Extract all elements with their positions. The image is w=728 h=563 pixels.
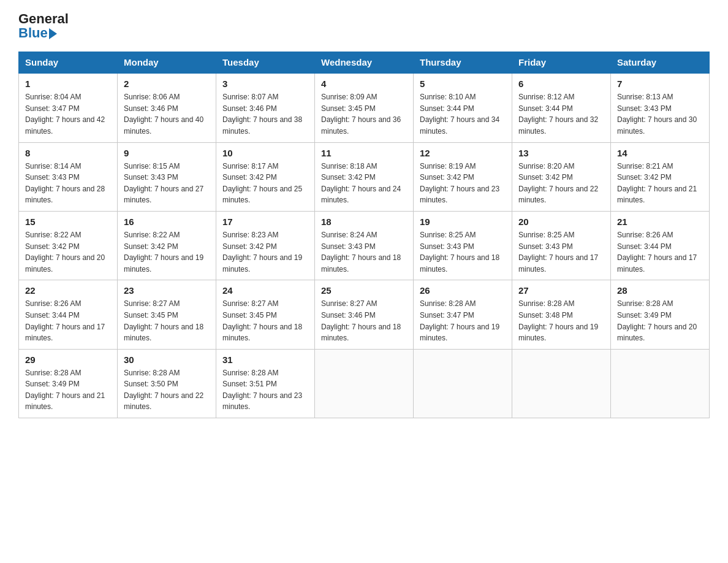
calendar-cell: 13Sunrise: 8:20 AMSunset: 3:42 PMDayligh…	[512, 142, 611, 211]
day-info: Sunrise: 8:23 AMSunset: 3:42 PMDaylight:…	[222, 229, 308, 275]
day-number: 31	[222, 354, 308, 365]
day-info: Sunrise: 8:28 AMSunset: 3:48 PMDaylight:…	[518, 298, 604, 343]
calendar-cell: 30Sunrise: 8:28 AMSunset: 3:50 PMDayligh…	[118, 349, 216, 418]
day-number: 18	[321, 216, 407, 227]
calendar-header-row: SundayMondayTuesdayWednesdayThursdayFrid…	[19, 52, 710, 74]
day-number: 27	[518, 285, 604, 296]
calendar-cell: 22Sunrise: 8:26 AMSunset: 3:44 PMDayligh…	[19, 280, 118, 349]
calendar-cell: 21Sunrise: 8:26 AMSunset: 3:44 PMDayligh…	[611, 211, 710, 280]
day-info: Sunrise: 8:27 AMSunset: 3:45 PMDaylight:…	[222, 298, 308, 343]
logo-arrow-icon	[49, 28, 57, 39]
day-info: Sunrise: 8:27 AMSunset: 3:46 PMDaylight:…	[321, 298, 407, 343]
day-number: 1	[25, 79, 111, 89]
day-number: 17	[222, 216, 308, 227]
day-number: 15	[25, 216, 111, 227]
calendar-cell: 16Sunrise: 8:22 AMSunset: 3:42 PMDayligh…	[118, 211, 216, 280]
day-info: Sunrise: 8:04 AMSunset: 3:47 PMDaylight:…	[25, 91, 111, 137]
page-header: General Blue	[18, 12, 710, 40]
day-number: 11	[321, 148, 407, 158]
calendar-cell	[414, 349, 512, 418]
calendar-cell: 8Sunrise: 8:14 AMSunset: 3:43 PMDaylight…	[19, 142, 118, 211]
calendar-cell: 3Sunrise: 8:07 AMSunset: 3:46 PMDaylight…	[216, 73, 315, 142]
day-number: 10	[222, 148, 308, 158]
day-number: 26	[420, 285, 506, 296]
day-number: 4	[321, 79, 407, 89]
calendar-cell: 11Sunrise: 8:18 AMSunset: 3:42 PMDayligh…	[315, 142, 414, 211]
day-info: Sunrise: 8:17 AMSunset: 3:42 PMDaylight:…	[222, 161, 308, 206]
calendar-cell: 29Sunrise: 8:28 AMSunset: 3:49 PMDayligh…	[19, 349, 118, 418]
day-number: 28	[617, 285, 703, 296]
day-info: Sunrise: 8:25 AMSunset: 3:43 PMDaylight:…	[420, 229, 506, 275]
calendar-week-row: 15Sunrise: 8:22 AMSunset: 3:42 PMDayligh…	[19, 211, 710, 280]
logo-blue-text: Blue	[18, 26, 48, 40]
col-header-wednesday: Wednesday	[315, 52, 414, 74]
col-header-sunday: Sunday	[19, 52, 118, 74]
calendar-week-row: 1Sunrise: 8:04 AMSunset: 3:47 PMDaylight…	[19, 73, 710, 142]
col-header-monday: Monday	[118, 52, 216, 74]
day-info: Sunrise: 8:22 AMSunset: 3:42 PMDaylight:…	[25, 229, 111, 275]
day-info: Sunrise: 8:26 AMSunset: 3:44 PMDaylight:…	[617, 229, 703, 275]
calendar-cell: 2Sunrise: 8:06 AMSunset: 3:46 PMDaylight…	[118, 73, 216, 142]
col-header-saturday: Saturday	[611, 52, 710, 74]
calendar-cell: 26Sunrise: 8:28 AMSunset: 3:47 PMDayligh…	[414, 280, 512, 349]
day-number: 9	[124, 148, 210, 158]
day-number: 16	[124, 216, 210, 227]
calendar-cell: 31Sunrise: 8:28 AMSunset: 3:51 PMDayligh…	[216, 349, 315, 418]
day-number: 7	[617, 79, 703, 89]
calendar-cell	[611, 349, 710, 418]
day-number: 6	[518, 79, 604, 89]
day-info: Sunrise: 8:19 AMSunset: 3:42 PMDaylight:…	[420, 161, 506, 206]
day-info: Sunrise: 8:28 AMSunset: 3:49 PMDaylight:…	[617, 298, 703, 343]
calendar-cell	[512, 349, 611, 418]
day-number: 30	[124, 354, 210, 365]
day-info: Sunrise: 8:15 AMSunset: 3:43 PMDaylight:…	[124, 161, 210, 206]
calendar-cell: 7Sunrise: 8:13 AMSunset: 3:43 PMDaylight…	[611, 73, 710, 142]
day-info: Sunrise: 8:28 AMSunset: 3:50 PMDaylight:…	[124, 367, 210, 413]
calendar-cell: 10Sunrise: 8:17 AMSunset: 3:42 PMDayligh…	[216, 142, 315, 211]
calendar-cell: 18Sunrise: 8:24 AMSunset: 3:43 PMDayligh…	[315, 211, 414, 280]
day-number: 5	[420, 79, 506, 89]
day-info: Sunrise: 8:28 AMSunset: 3:51 PMDaylight:…	[222, 367, 308, 413]
calendar-table: SundayMondayTuesdayWednesdayThursdayFrid…	[18, 52, 710, 418]
calendar-cell: 23Sunrise: 8:27 AMSunset: 3:45 PMDayligh…	[118, 280, 216, 349]
day-info: Sunrise: 8:25 AMSunset: 3:43 PMDaylight:…	[518, 229, 604, 275]
calendar-cell: 28Sunrise: 8:28 AMSunset: 3:49 PMDayligh…	[611, 280, 710, 349]
day-info: Sunrise: 8:28 AMSunset: 3:47 PMDaylight:…	[420, 298, 506, 343]
day-info: Sunrise: 8:10 AMSunset: 3:44 PMDaylight:…	[420, 91, 506, 137]
day-info: Sunrise: 8:21 AMSunset: 3:42 PMDaylight:…	[617, 161, 703, 206]
col-header-tuesday: Tuesday	[216, 52, 315, 74]
calendar-cell: 12Sunrise: 8:19 AMSunset: 3:42 PMDayligh…	[414, 142, 512, 211]
col-header-friday: Friday	[512, 52, 611, 74]
calendar-cell: 27Sunrise: 8:28 AMSunset: 3:48 PMDayligh…	[512, 280, 611, 349]
day-info: Sunrise: 8:26 AMSunset: 3:44 PMDaylight:…	[25, 298, 111, 343]
day-number: 14	[617, 148, 703, 158]
calendar-week-row: 8Sunrise: 8:14 AMSunset: 3:43 PMDaylight…	[19, 142, 710, 211]
calendar-cell: 19Sunrise: 8:25 AMSunset: 3:43 PMDayligh…	[414, 211, 512, 280]
calendar-cell: 14Sunrise: 8:21 AMSunset: 3:42 PMDayligh…	[611, 142, 710, 211]
day-number: 21	[617, 216, 703, 227]
day-info: Sunrise: 8:07 AMSunset: 3:46 PMDaylight:…	[222, 91, 308, 137]
logo-icon: General Blue	[18, 12, 69, 40]
day-number: 24	[222, 285, 308, 296]
calendar-cell: 9Sunrise: 8:15 AMSunset: 3:43 PMDaylight…	[118, 142, 216, 211]
day-info: Sunrise: 8:06 AMSunset: 3:46 PMDaylight:…	[124, 91, 210, 137]
day-info: Sunrise: 8:27 AMSunset: 3:45 PMDaylight:…	[124, 298, 210, 343]
day-number: 19	[420, 216, 506, 227]
day-number: 29	[25, 354, 111, 365]
day-info: Sunrise: 8:13 AMSunset: 3:43 PMDaylight:…	[617, 91, 703, 137]
calendar-week-row: 22Sunrise: 8:26 AMSunset: 3:44 PMDayligh…	[19, 280, 710, 349]
calendar-week-row: 29Sunrise: 8:28 AMSunset: 3:49 PMDayligh…	[19, 349, 710, 418]
day-info: Sunrise: 8:18 AMSunset: 3:42 PMDaylight:…	[321, 161, 407, 206]
day-info: Sunrise: 8:14 AMSunset: 3:43 PMDaylight:…	[25, 161, 111, 206]
calendar-cell: 25Sunrise: 8:27 AMSunset: 3:46 PMDayligh…	[315, 280, 414, 349]
calendar-cell: 17Sunrise: 8:23 AMSunset: 3:42 PMDayligh…	[216, 211, 315, 280]
day-info: Sunrise: 8:22 AMSunset: 3:42 PMDaylight:…	[124, 229, 210, 275]
day-number: 3	[222, 79, 308, 89]
calendar-cell: 4Sunrise: 8:09 AMSunset: 3:45 PMDaylight…	[315, 73, 414, 142]
day-number: 13	[518, 148, 604, 158]
day-info: Sunrise: 8:28 AMSunset: 3:49 PMDaylight:…	[25, 367, 111, 413]
day-number: 23	[124, 285, 210, 296]
day-number: 25	[321, 285, 407, 296]
col-header-thursday: Thursday	[414, 52, 512, 74]
calendar-cell: 6Sunrise: 8:12 AMSunset: 3:44 PMDaylight…	[512, 73, 611, 142]
